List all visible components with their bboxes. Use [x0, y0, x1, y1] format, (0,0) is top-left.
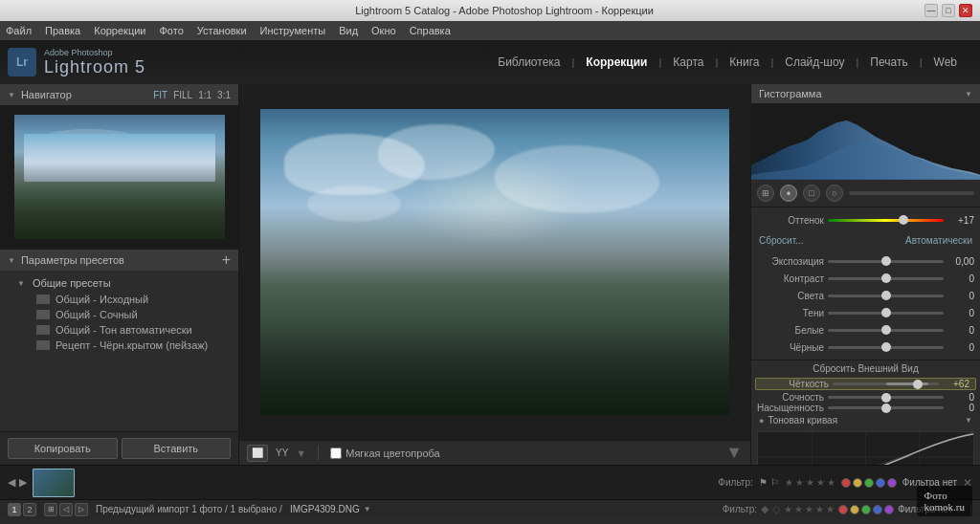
- whites-slider[interactable]: [828, 329, 944, 332]
- histogram-slider[interactable]: [849, 191, 974, 195]
- zoom-fill[interactable]: FILL: [173, 90, 192, 100]
- film-thumb-item[interactable]: [33, 469, 75, 497]
- infobar-color-yellow[interactable]: [850, 505, 859, 514]
- tone-thumb[interactable]: [899, 215, 908, 225]
- grid-btn-prev[interactable]: ◁: [59, 503, 73, 516]
- minimize-button[interactable]: —: [924, 4, 938, 17]
- hist-square-icon[interactable]: □: [803, 185, 820, 202]
- preset-group-header[interactable]: Общие пресеты: [0, 274, 238, 292]
- nav-slideshow[interactable]: Слайд-шоу: [773, 52, 856, 73]
- menu-tools[interactable]: Инструменты: [260, 25, 326, 36]
- flag-icon[interactable]: ⚑: [759, 477, 768, 488]
- menu-edit[interactable]: Правка: [45, 25, 80, 36]
- infobar-color-blue[interactable]: [873, 505, 882, 514]
- navigator-preview[interactable]: [0, 105, 238, 249]
- preset-item[interactable]: Общий - Тон автоматически: [0, 322, 238, 338]
- color-blue[interactable]: [876, 478, 885, 488]
- clarity-slider[interactable]: [833, 382, 939, 385]
- menu-help[interactable]: Справка: [410, 25, 451, 36]
- star-3[interactable]: ★: [806, 477, 814, 488]
- yy-label[interactable]: YY: [276, 448, 288, 458]
- star-5[interactable]: ★: [827, 477, 835, 488]
- saturation-thumb[interactable]: [881, 404, 891, 413]
- menu-view[interactable]: Вид: [339, 25, 358, 36]
- menu-prefs[interactable]: Установки: [197, 25, 247, 36]
- shadows-thumb[interactable]: [881, 308, 891, 317]
- nav-num-1[interactable]: 1: [8, 503, 21, 516]
- nav-corrections[interactable]: Коррекции: [574, 52, 658, 73]
- filmstrip-nav-prev[interactable]: ◀: [8, 476, 15, 489]
- contrast-slider[interactable]: [828, 277, 944, 280]
- close-button[interactable]: ✕: [959, 4, 972, 17]
- menu-photo[interactable]: Фото: [160, 25, 184, 36]
- zoom-1-1[interactable]: 1:1: [198, 90, 212, 100]
- blacks-slider[interactable]: [828, 346, 944, 349]
- color-yellow[interactable]: [853, 478, 862, 488]
- navigator-header[interactable]: ▼ Навигатор FIT FILL 1:1 3:1: [0, 84, 238, 105]
- preset-item[interactable]: Общий - Сочный: [0, 307, 238, 322]
- grid-btn-next[interactable]: ▷: [75, 503, 88, 516]
- tone-slider[interactable]: [828, 219, 944, 222]
- blacks-thumb[interactable]: [881, 342, 891, 352]
- preset-item[interactable]: Рецепт - Чёрн.крытом (пейзаж): [0, 338, 238, 353]
- hist-zoom-icon[interactable]: ⊞: [757, 185, 774, 202]
- contrast-thumb[interactable]: [881, 273, 891, 283]
- preset-item[interactable]: Общий - Исходный: [0, 292, 238, 307]
- nav-book[interactable]: Книга: [718, 52, 770, 73]
- color-red[interactable]: [841, 478, 851, 488]
- star-4[interactable]: ★: [816, 477, 825, 488]
- grid-btn-1[interactable]: ⊞: [44, 503, 57, 516]
- soft-proof-checkbox[interactable]: [330, 448, 342, 459]
- zoom-3-1[interactable]: 3:1: [217, 90, 231, 100]
- unflag-icon[interactable]: ⚐: [770, 477, 779, 488]
- nav-map[interactable]: Карта: [661, 52, 715, 73]
- reset-view-label[interactable]: Сбросить Внешний Вид: [813, 363, 919, 374]
- reset-button[interactable]: Сбросит...: [759, 235, 803, 246]
- copy-button[interactable]: Копировать: [8, 438, 118, 459]
- clarity-thumb[interactable]: [913, 380, 923, 389]
- maximize-button[interactable]: □: [942, 4, 955, 17]
- menu-window[interactable]: Окно: [371, 25, 396, 36]
- infobar-star-4[interactable]: ★: [815, 504, 824, 514]
- nav-library[interactable]: Библиотека: [486, 52, 571, 73]
- infobar-color-green[interactable]: [861, 505, 871, 514]
- color-green[interactable]: [864, 478, 874, 488]
- saturation-slider[interactable]: [828, 406, 944, 409]
- menu-corrections[interactable]: Коррекции: [94, 25, 145, 36]
- nav-print[interactable]: Печать: [858, 52, 919, 73]
- expand-icon[interactable]: ▼: [725, 443, 743, 462]
- nav-web[interactable]: Web: [923, 52, 969, 73]
- menu-file[interactable]: Файл: [6, 25, 32, 36]
- infobar-color-purple[interactable]: [884, 505, 894, 514]
- filmstrip-nav-next[interactable]: ▶: [19, 476, 27, 489]
- crop-tool-button[interactable]: ⬜: [247, 445, 268, 462]
- exposure-slider[interactable]: [828, 260, 944, 263]
- infobar-star-1[interactable]: ★: [784, 504, 792, 514]
- infobar-star-2[interactable]: ★: [794, 504, 803, 514]
- add-preset-button[interactable]: +: [222, 251, 231, 269]
- filter-diamond-icon[interactable]: ◆: [761, 503, 768, 515]
- nav-num-2[interactable]: 2: [23, 503, 36, 516]
- vibrance-thumb[interactable]: [881, 393, 891, 403]
- star-1[interactable]: ★: [785, 477, 793, 488]
- exposure-thumb[interactable]: [881, 256, 891, 266]
- whites-thumb[interactable]: [881, 325, 891, 335]
- hist-circle2-icon[interactable]: ○: [826, 185, 843, 202]
- auto-button[interactable]: Автоматически: [905, 235, 972, 246]
- highlights-thumb[interactable]: [881, 291, 891, 300]
- filename-dropdown-icon[interactable]: ▼: [364, 505, 371, 513]
- infobar-star-3[interactable]: ★: [805, 504, 813, 514]
- infobar-color-red[interactable]: [838, 505, 848, 514]
- presets-header[interactable]: ▼ Параметры пресетов +: [0, 250, 238, 271]
- vibrance-slider[interactable]: [828, 396, 944, 399]
- color-purple[interactable]: [887, 478, 897, 488]
- star-2[interactable]: ★: [795, 477, 804, 488]
- shadows-slider[interactable]: [828, 312, 944, 315]
- histogram-header[interactable]: Гистограмма ▼: [751, 84, 980, 103]
- infobar-star-5[interactable]: ★: [826, 504, 835, 514]
- zoom-fit[interactable]: FIT: [153, 90, 167, 100]
- tone-curve-collapse-icon[interactable]: ▼: [965, 416, 972, 425]
- hist-circle-icon[interactable]: ●: [780, 185, 797, 202]
- filter-circle-icon[interactable]: ◇: [772, 503, 780, 515]
- paste-button[interactable]: Вставить: [122, 438, 232, 459]
